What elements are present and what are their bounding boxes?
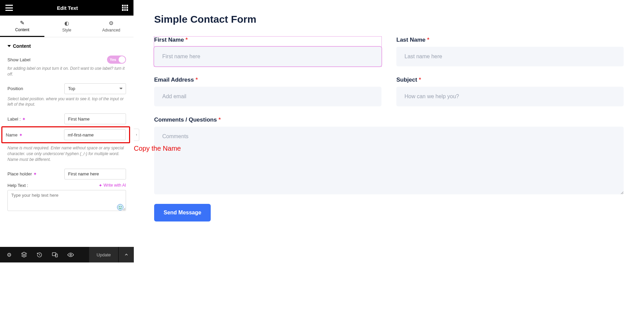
responsive-icon[interactable] <box>52 252 58 258</box>
help-text-label: Help Text : <box>7 183 28 188</box>
panel-header: Edit Text <box>0 0 133 16</box>
caret-down-icon <box>7 45 11 47</box>
svg-point-1 <box>119 206 120 207</box>
label-field-label: Label : ✦ <box>7 116 26 122</box>
placeholder-label: Place holder ✦ <box>7 171 37 176</box>
ai-assistant-badge-icon[interactable] <box>117 204 124 211</box>
history-icon[interactable] <box>37 252 42 258</box>
position-select[interactable]: Top <box>64 83 126 94</box>
subject-input[interactable] <box>396 87 624 106</box>
tab-label: Advanced <box>102 28 120 33</box>
footer-icons: ⚙ <box>0 252 74 258</box>
email-label: Email Address * <box>154 77 381 83</box>
required-star: * <box>219 116 221 123</box>
menu-icon[interactable] <box>5 5 13 11</box>
row-help-text: Help Text : ✦ Write with AI <box>7 183 126 188</box>
editor-panel: Edit Text ✎ Content ◐ Style ⚙ Advanced C… <box>0 0 134 262</box>
row-placeholder: Place holder ✦ <box>7 169 126 179</box>
show-label-label: Show Label <box>7 57 30 62</box>
preview-canvas: Simple Contact Form First Name * Last Na… <box>134 0 644 318</box>
form-grid: First Name * Last Name * Email Address *… <box>154 37 624 194</box>
svg-point-2 <box>121 206 122 207</box>
show-label-toggle[interactable]: Yes <box>107 56 126 64</box>
field-email[interactable]: Email Address * <box>154 77 381 106</box>
last-name-label: Last Name * <box>396 37 624 43</box>
update-button[interactable]: Update <box>89 247 118 262</box>
write-with-ai-link[interactable]: ✦ Write with AI <box>99 183 126 188</box>
required-star: * <box>427 37 430 43</box>
svg-point-6 <box>70 254 71 256</box>
row-position: Position Top <box>7 83 126 94</box>
toggle-knob <box>119 56 125 63</box>
comments-textarea[interactable] <box>154 127 624 194</box>
email-input[interactable] <box>154 87 381 106</box>
panel-title: Edit Text <box>57 5 78 11</box>
panel-body: Content Show Label Yes for adding label … <box>0 37 133 262</box>
send-message-button[interactable]: Send Message <box>154 204 211 221</box>
first-name-input[interactable] <box>154 47 381 66</box>
settings-icon[interactable]: ⚙ <box>7 252 12 258</box>
section-title-text: Content <box>13 43 31 49</box>
row-name-field: Name ✦ <box>1 126 130 143</box>
gear-icon: ⚙ <box>109 20 113 26</box>
preview-eye-icon[interactable] <box>67 252 74 258</box>
widgets-grid-icon[interactable] <box>122 5 128 11</box>
first-name-label: First Name * <box>154 37 381 43</box>
annotation-copy-name: Copy the Name <box>134 145 181 152</box>
tab-content[interactable]: ✎ Content <box>0 16 44 37</box>
field-comments[interactable]: Comments / Questions * <box>154 116 624 194</box>
panel-tabs: ✎ Content ◐ Style ⚙ Advanced <box>0 16 133 37</box>
panel-collapse-handle[interactable] <box>134 129 139 141</box>
position-hint: Select label position. where you want to… <box>7 96 126 108</box>
name-field-input[interactable] <box>64 129 126 140</box>
section-toggle-content[interactable]: Content <box>7 43 126 49</box>
comments-label: Comments / Questions * <box>154 116 624 123</box>
name-field-label: Name ✦ <box>6 132 23 137</box>
position-label: Position <box>7 86 23 91</box>
help-text-wrap <box>7 190 126 212</box>
svg-point-0 <box>117 204 123 210</box>
svg-marker-3 <box>22 252 27 255</box>
sparkle-icon: ✦ <box>22 116 26 122</box>
last-name-input[interactable] <box>396 47 624 66</box>
label-field-input[interactable] <box>64 113 126 124</box>
field-last-name[interactable]: Last Name * <box>396 37 624 66</box>
form-title: Simple Contact Form <box>154 14 624 25</box>
required-star: * <box>186 37 188 43</box>
footer-expand-icon[interactable] <box>118 247 134 262</box>
subject-label: Subject * <box>396 77 624 83</box>
help-text-textarea[interactable] <box>7 190 126 211</box>
pencil-icon: ✎ <box>20 20 24 26</box>
field-first-name[interactable]: First Name * <box>154 37 381 66</box>
field-subject[interactable]: Subject * <box>396 77 624 106</box>
required-star: * <box>195 77 198 83</box>
show-label-hint: for adding label on input turn it on. Do… <box>7 66 126 77</box>
tab-style[interactable]: ◐ Style <box>44 16 89 37</box>
tab-label: Style <box>62 28 71 33</box>
contrast-icon: ◐ <box>64 20 69 26</box>
toggle-text: Yes <box>110 58 116 62</box>
sparkle-icon: ✦ <box>19 132 23 137</box>
layers-icon[interactable] <box>21 252 27 258</box>
sparkle-icon: ✦ <box>99 183 102 188</box>
panel-footer: ⚙ Update <box>0 247 134 262</box>
row-label-field: Label : ✦ <box>7 113 126 124</box>
sparkle-icon: ✦ <box>33 171 37 176</box>
row-show-label: Show Label Yes <box>7 56 126 64</box>
required-star: * <box>419 77 421 83</box>
tab-advanced[interactable]: ⚙ Advanced <box>89 16 133 37</box>
placeholder-input[interactable] <box>64 169 126 179</box>
tab-label: Content <box>15 27 29 32</box>
name-field-hint: Name is must required. Enter name withou… <box>7 145 126 162</box>
